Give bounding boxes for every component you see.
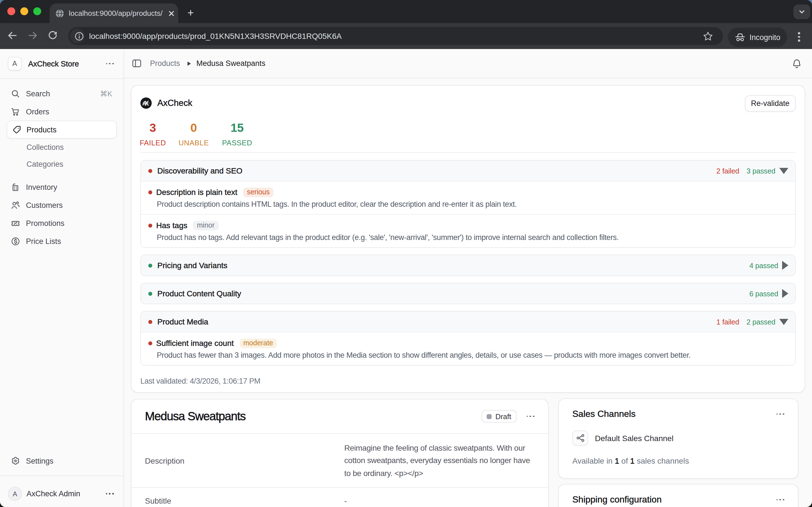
svg-text:X: X [145, 100, 149, 107]
